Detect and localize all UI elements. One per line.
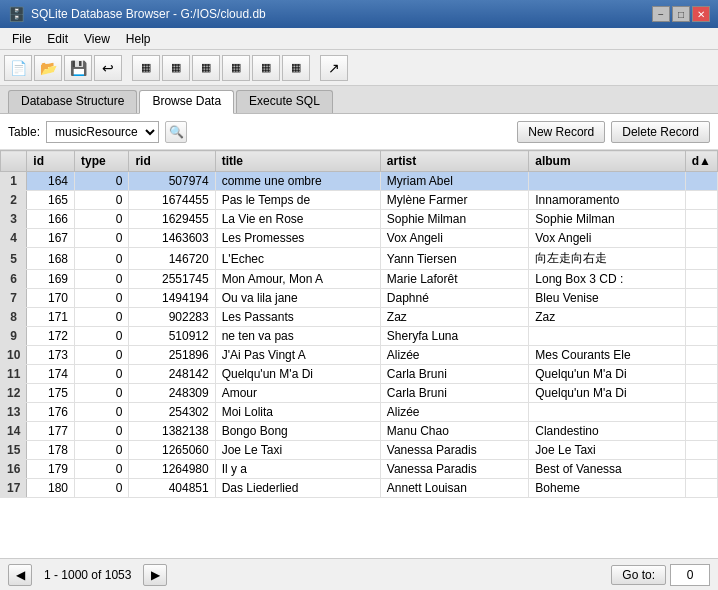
table-header-row: id type rid title artist album d▲ [1,151,718,172]
table-cell [685,248,717,270]
table-row[interactable]: 1517801265060Joe Le TaxiVanessa ParadisJ… [1,441,718,460]
col-id[interactable]: id [27,151,75,172]
table-cell: Sheryfa Luna [380,327,528,346]
table-cell: 173 [27,346,75,365]
goto-button[interactable]: Go to: [611,565,666,585]
tab-execute-sql[interactable]: Execute SQL [236,90,333,113]
table-cell: Clandestino [529,422,686,441]
toolbar-table5[interactable]: ▦ [252,55,280,81]
menu-file[interactable]: File [4,30,39,48]
table-row[interactable]: 416701463603Les PromessesVox AngeliVox A… [1,229,718,248]
table-cell: 0 [75,403,129,422]
table-row[interactable]: 11640507974comme une ombreMyriam Abel [1,172,718,191]
table-cell: 6 [1,270,27,289]
table-row[interactable]: 131760254302Moi LolitaAlizée [1,403,718,422]
table-cell: Carla Bruni [380,365,528,384]
table-row[interactable]: 316601629455La Vie en RoseSophie MilmanS… [1,210,718,229]
table-container[interactable]: id type rid title artist album d▲ 116405… [0,150,718,558]
table-cell: 14 [1,422,27,441]
table-cell: 7 [1,289,27,308]
table-row[interactable]: 101730251896J'Ai Pas Vingt AAlizéeMes Co… [1,346,718,365]
toolbar-table2[interactable]: ▦ [162,55,190,81]
menu-view[interactable]: View [76,30,118,48]
toolbar-undo[interactable]: ↩ [94,55,122,81]
table-cell [685,422,717,441]
col-album[interactable]: album [529,151,686,172]
table-cell: 167 [27,229,75,248]
col-rid[interactable]: rid [129,151,215,172]
search-button[interactable]: 🔍 [165,121,187,143]
table-row[interactable]: 51680146720L'EchecYann Tiersen向左走向右走 [1,248,718,270]
table-cell: Mylène Farmer [380,191,528,210]
minimize-button[interactable]: − [652,6,670,22]
toolbar-save[interactable]: 💾 [64,55,92,81]
table-row[interactable]: 1417701382138Bongo BongManu ChaoClandest… [1,422,718,441]
col-artist[interactable]: artist [380,151,528,172]
table-row[interactable]: 616902551745Mon Amour, Mon AMarie Laforê… [1,270,718,289]
window-controls: − □ ✕ [652,6,710,22]
goto-input[interactable] [670,564,710,586]
col-rownum [1,151,27,172]
table-cell: 0 [75,479,129,498]
table-cell [529,172,686,191]
table-cell: 0 [75,210,129,229]
table-cell: Vanessa Paradis [380,460,528,479]
maximize-button[interactable]: □ [672,6,690,22]
menu-bar: File Edit View Help [0,28,718,50]
table-cell: 3 [1,210,27,229]
toolbar-table1[interactable]: ▦ [132,55,160,81]
table-row[interactable]: 1617901264980Il y aVanessa ParadisBest o… [1,460,718,479]
controls-row: Table: musicResource 🔍 New Record Delete… [0,114,718,150]
table-cell: Sophie Milman [529,210,686,229]
table-select[interactable]: musicResource [46,121,159,143]
table-row[interactable]: 121750248309AmourCarla BruniQuelqu'un M'… [1,384,718,403]
col-d[interactable]: d▲ [685,151,717,172]
table-label: Table: [8,125,40,139]
table-cell [529,403,686,422]
table-cell: Vox Angeli [529,229,686,248]
prev-button[interactable]: ◀ [8,564,32,586]
nav-left: ◀ 1 - 1000 of 1053 ▶ [8,564,167,586]
window-title: SQLite Database Browser - G:/IOS/cloud.d… [31,7,266,21]
table-cell: Quelqu'un M'a Di [529,365,686,384]
table-cell: 10 [1,346,27,365]
table-cell: Yann Tiersen [380,248,528,270]
table-row[interactable]: 91720510912ne ten va pasSheryfa Luna [1,327,718,346]
col-title[interactable]: title [215,151,380,172]
table-cell: 9 [1,327,27,346]
table-cell: 0 [75,460,129,479]
col-type[interactable]: type [75,151,129,172]
toolbar-execute[interactable]: ↗ [320,55,348,81]
table-cell: 5 [1,248,27,270]
tab-browse-data[interactable]: Browse Data [139,90,234,114]
table-cell: Mon Amour, Mon A [215,270,380,289]
table-row[interactable]: 171800404851Das LiederliedAnnett Louisan… [1,479,718,498]
new-record-button[interactable]: New Record [517,121,605,143]
table-row[interactable]: 81710902283Les PassantsZazZaz [1,308,718,327]
close-button[interactable]: ✕ [692,6,710,22]
table-cell: 0 [75,441,129,460]
delete-record-button[interactable]: Delete Record [611,121,710,143]
table-row[interactable]: 216501674455Pas le Temps deMylène Farmer… [1,191,718,210]
toolbar-open[interactable]: 📂 [34,55,62,81]
toolbar-table4[interactable]: ▦ [222,55,250,81]
table-cell: Joe Le Taxi [215,441,380,460]
table-cell: Il y a [215,460,380,479]
toolbar-new[interactable]: 📄 [4,55,32,81]
menu-help[interactable]: Help [118,30,159,48]
toolbar-table3[interactable]: ▦ [192,55,220,81]
table-cell [685,441,717,460]
tab-database-structure[interactable]: Database Structure [8,90,137,113]
table-cell: Manu Chao [380,422,528,441]
table-row[interactable]: 717001494194Ou va lila janeDaphnéBleu Ve… [1,289,718,308]
table-cell [685,289,717,308]
table-cell: Joe Le Taxi [529,441,686,460]
menu-edit[interactable]: Edit [39,30,76,48]
table-cell: 1629455 [129,210,215,229]
toolbar-table6[interactable]: ▦ [282,55,310,81]
next-button[interactable]: ▶ [143,564,167,586]
table-cell: 0 [75,422,129,441]
table-cell: 0 [75,191,129,210]
goto-section: Go to: [611,564,710,586]
table-row[interactable]: 111740248142Quelqu'un M'a DiCarla BruniQ… [1,365,718,384]
